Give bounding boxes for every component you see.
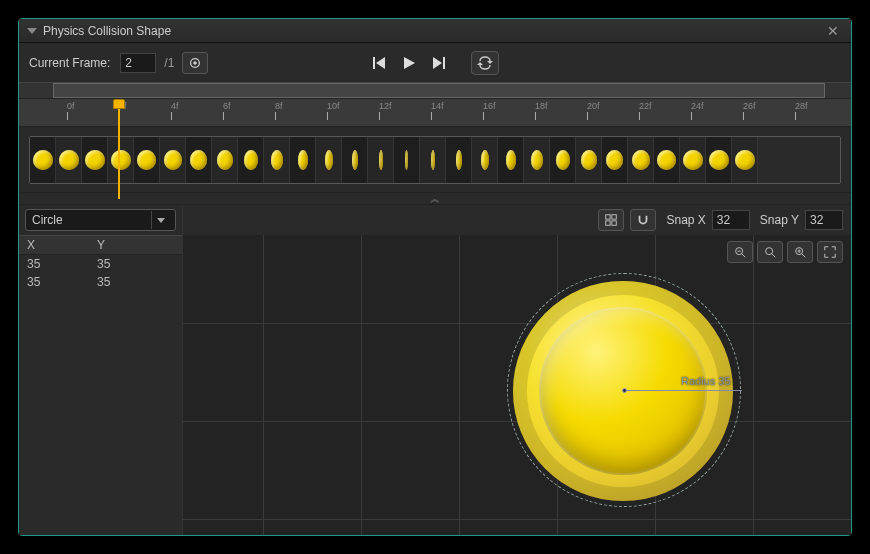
coin-icon xyxy=(137,150,156,170)
timeline-ruler[interactable]: 0f2f4f6f8f10f12f14f16f18f20f22f24f26f28f xyxy=(19,99,851,127)
frame-cell[interactable] xyxy=(576,137,602,183)
first-frame-button[interactable] xyxy=(371,55,387,71)
svg-line-17 xyxy=(772,254,776,258)
frame-cell[interactable] xyxy=(108,137,134,183)
col-x-label: X xyxy=(27,238,97,252)
snap-toggle-button[interactable] xyxy=(630,209,656,231)
frame-cell[interactable] xyxy=(654,137,680,183)
frame-cell[interactable] xyxy=(238,137,264,183)
ruler-mark xyxy=(223,112,224,120)
ruler-label: 0f xyxy=(67,101,75,111)
xy-row[interactable]: 35 35 xyxy=(19,273,182,291)
coin-icon xyxy=(606,150,623,170)
coin-icon xyxy=(709,150,729,170)
close-icon[interactable]: ✕ xyxy=(823,23,843,39)
ruler-tick: 22f xyxy=(639,101,652,120)
frame-cell[interactable] xyxy=(264,137,290,183)
coin-icon xyxy=(735,150,755,170)
cell-y: 35 xyxy=(97,257,167,271)
frame-cell[interactable] xyxy=(212,137,238,183)
fullscreen-button[interactable] xyxy=(817,241,843,263)
collapse-panel-icon[interactable] xyxy=(27,28,37,34)
frame-cell[interactable] xyxy=(472,137,498,183)
frame-cell[interactable] xyxy=(342,137,368,183)
frame-cell[interactable] xyxy=(160,137,186,183)
ruler-label: 26f xyxy=(743,101,756,111)
frame-cell[interactable] xyxy=(498,137,524,183)
zoom-reset-button[interactable] xyxy=(757,241,783,263)
ruler-tick: 14f xyxy=(431,101,444,120)
target-icon[interactable] xyxy=(182,52,208,74)
ruler-mark xyxy=(171,112,172,120)
play-button[interactable] xyxy=(401,55,417,71)
coin-icon xyxy=(325,150,333,170)
ruler-label: 20f xyxy=(587,101,600,111)
playhead[interactable] xyxy=(113,99,125,109)
frame-cell[interactable] xyxy=(732,137,758,183)
canvas[interactable]: Radius 35 xyxy=(183,235,851,535)
ruler-mark xyxy=(379,112,380,120)
ruler-mark xyxy=(483,112,484,120)
scrub-bar[interactable] xyxy=(19,83,851,99)
ruler-label: 24f xyxy=(691,101,704,111)
cell-x: 35 xyxy=(27,275,97,289)
frame-cell[interactable] xyxy=(602,137,628,183)
radius-label: Radius 35 xyxy=(681,375,731,387)
frame-cell[interactable] xyxy=(316,137,342,183)
ruler-mark xyxy=(743,112,744,120)
ruler-tick: 10f xyxy=(327,101,340,120)
shape-type-value: Circle xyxy=(32,213,63,227)
svg-marker-6 xyxy=(433,57,442,69)
frame-cell[interactable] xyxy=(30,137,56,183)
radius-line[interactable] xyxy=(624,390,742,391)
coin-icon xyxy=(506,150,516,170)
frame-strip[interactable] xyxy=(29,136,841,184)
ruler-tick: 6f xyxy=(223,101,231,120)
collapse-handle[interactable]: ︽ xyxy=(19,193,851,205)
frame-cell[interactable] xyxy=(186,137,212,183)
snap-y-input[interactable] xyxy=(805,210,843,230)
frame-cell[interactable] xyxy=(524,137,550,183)
view-toolbar: Snap X Snap Y xyxy=(183,205,851,235)
ruler-tick: 24f xyxy=(691,101,704,120)
loop-button[interactable] xyxy=(471,51,499,75)
svg-rect-12 xyxy=(612,221,616,225)
snap-x-input[interactable] xyxy=(712,210,750,230)
frame-cell[interactable] xyxy=(628,137,654,183)
ruler-tick: 26f xyxy=(743,101,756,120)
frame-cell[interactable] xyxy=(290,137,316,183)
shape-type-combo[interactable]: Circle xyxy=(25,209,176,231)
zoom-out-button[interactable] xyxy=(727,241,753,263)
last-frame-button[interactable] xyxy=(431,55,447,71)
ruler-mark xyxy=(535,112,536,120)
svg-point-16 xyxy=(766,248,773,255)
scrub-range[interactable] xyxy=(53,83,825,98)
xy-row[interactable]: 35 35 xyxy=(19,255,182,273)
frame-cell[interactable] xyxy=(420,137,446,183)
coin-icon xyxy=(59,150,79,170)
frame-cell[interactable] xyxy=(368,137,394,183)
frame-cell[interactable] xyxy=(82,137,108,183)
frame-cell[interactable] xyxy=(706,137,732,183)
ruler-tick: 20f xyxy=(587,101,600,120)
grid-toggle-button[interactable] xyxy=(598,209,624,231)
ruler-mark xyxy=(587,112,588,120)
ruler-label: 28f xyxy=(795,101,808,111)
frame-cell[interactable] xyxy=(134,137,160,183)
frame-cell[interactable] xyxy=(550,137,576,183)
col-y-label: Y xyxy=(97,238,167,252)
frame-cell[interactable] xyxy=(394,137,420,183)
frame-cell[interactable] xyxy=(446,137,472,183)
ruler-mark xyxy=(795,112,796,120)
current-frame-input[interactable] xyxy=(120,53,156,73)
zoom-in-button[interactable] xyxy=(787,241,813,263)
svg-marker-4 xyxy=(404,57,415,69)
coin-icon xyxy=(111,150,131,170)
frame-cell[interactable] xyxy=(56,137,82,183)
center-handle[interactable] xyxy=(622,388,627,393)
ruler-mark xyxy=(275,112,276,120)
coin-icon xyxy=(298,150,308,170)
frame-cell[interactable] xyxy=(680,137,706,183)
frame-toolbar: Current Frame: /1 xyxy=(19,43,851,83)
ruler-mark xyxy=(327,112,328,120)
